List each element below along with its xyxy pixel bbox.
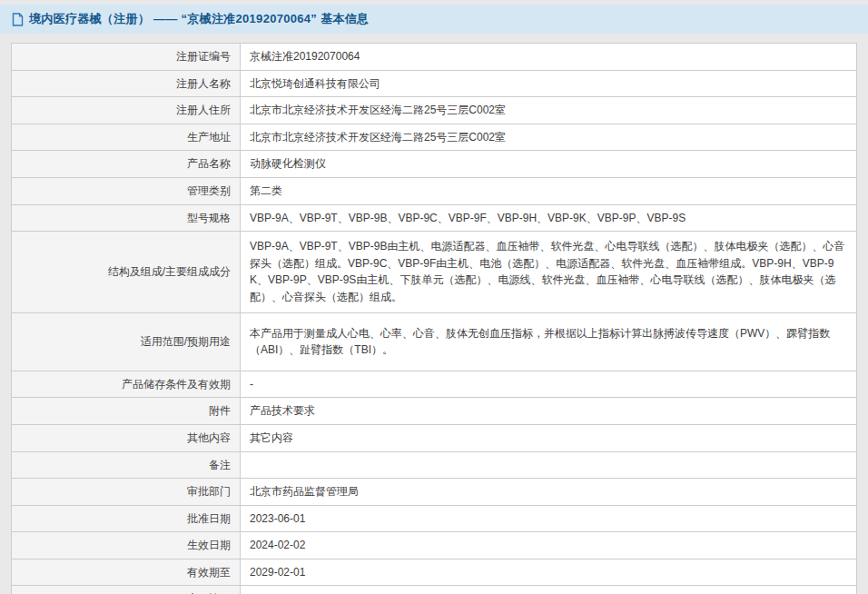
row-label-text: 注册人住所: [176, 104, 231, 116]
table-row: 结构及组成/主要组成成分VBP-9A、VBP-9T、VBP-9B由主机、电源适配…: [12, 232, 857, 312]
row-value: 第二类: [241, 177, 857, 204]
row-label-text: 产品名称: [187, 157, 231, 170]
row-value: 本产品用于测量成人心电、心率、心音、肢体无创血压指标，并根据以上指标计算出脉搏波…: [241, 312, 857, 371]
row-label: 其他内容: [12, 424, 241, 451]
row-label: 产品储存条件及有效期: [12, 371, 241, 398]
row-label-text: 结构及组成/主要组成成分: [108, 265, 231, 278]
table-row: 生效日期2024-02-02: [12, 532, 857, 559]
table-row: 备注: [12, 451, 857, 479]
row-label: 产品名称: [12, 151, 241, 178]
row-value: 北京悦琦创通科技有限公司: [241, 70, 857, 97]
row-label: 型号规格: [12, 204, 241, 232]
row-label: 附件: [12, 398, 241, 425]
document-icon: [12, 13, 24, 26]
row-label: 生效日期: [12, 532, 241, 559]
table-row: 管理类别第二类: [12, 177, 857, 204]
row-label-text: 注册证编号: [176, 50, 231, 63]
table-row: 审批部门北京市药品监督管理局: [12, 479, 857, 506]
row-label-text: 管理类别: [187, 184, 231, 197]
page-title: 境内医疗器械（注册） ——“京械注准20192070064”基本信息: [29, 11, 369, 27]
row-value: 京械注准20192070064: [241, 44, 857, 71]
row-label: 变更情况: [12, 586, 241, 594]
row-value: [241, 451, 857, 479]
row-label-text: 批准日期: [187, 512, 231, 525]
row-label-text: 其他内容: [187, 431, 231, 444]
row-value: 其它内容: [241, 424, 857, 451]
table-row: 其他内容其它内容: [12, 424, 857, 451]
table-row: 产品储存条件及有效期-: [12, 371, 857, 398]
row-label: 有效期至: [12, 559, 241, 586]
row-value: 2023-06-01: [241, 505, 857, 532]
row-label: 注册证编号: [12, 44, 241, 71]
page-header: 境内医疗器械（注册） ——“京械注准20192070064”基本信息: [0, 5, 868, 34]
row-label: 审批部门: [12, 479, 241, 506]
table-row: 注册人名称北京悦琦创通科技有限公司: [12, 70, 857, 97]
row-label-text: 有效期至: [187, 566, 231, 579]
title-suffix: 基本信息: [321, 12, 369, 25]
row-label-text: 生效日期: [187, 539, 231, 551]
table-row: 注册人住所北京市北京经济技术开发区经海二路25号三层C002室: [12, 97, 857, 124]
row-value: 北京市药品监督管理局: [241, 479, 857, 506]
row-value: VBP-9A、VBP-9T、VBP-9B、VBP-9C、VBP-9F、VBP-9…: [241, 204, 857, 232]
row-label: 管理类别: [12, 177, 241, 204]
row-label: 适用范围/预期用途: [12, 312, 241, 371]
row-label: 结构及组成/主要组成成分: [12, 232, 241, 312]
table-row: 附件产品技术要求: [12, 398, 857, 425]
info-table-body: 注册证编号京械注准20192070064注册人名称北京悦琦创通科技有限公司注册人…: [12, 44, 857, 594]
table-row: 批准日期2023-06-01: [12, 505, 857, 532]
title-prefix: 境内医疗器械（注册） ——: [29, 12, 178, 25]
row-value: 2024-02-02: [241, 532, 857, 559]
row-label-text: 注册人名称: [176, 77, 231, 90]
table-row: 型号规格VBP-9A、VBP-9T、VBP-9B、VBP-9C、VBP-9F、V…: [12, 204, 857, 232]
table-row: 注册证编号京械注准20192070064: [12, 44, 857, 71]
row-label: 注册人住所: [12, 97, 241, 124]
row-label-text: 型号规格: [187, 212, 231, 224]
row-value: 2029-02-01: [241, 559, 857, 586]
table-row: 变更情况: [12, 586, 857, 594]
row-value: 动脉硬化检测仪: [241, 151, 857, 178]
row-label: 注册人名称: [12, 70, 241, 97]
table-row: 产品名称动脉硬化检测仪: [12, 151, 857, 178]
row-label-text: 生产地址: [187, 131, 231, 144]
row-label: 生产地址: [12, 124, 241, 151]
row-label-text: 附件: [209, 404, 231, 417]
registration-info-table: 注册证编号京械注准20192070064注册人名称北京悦琦创通科技有限公司注册人…: [11, 43, 857, 594]
row-value: 北京市北京经济技术开发区经海二路25号三层C002室: [241, 97, 857, 124]
row-label: 批准日期: [12, 505, 241, 532]
title-number: “京械注准20192070064”: [182, 12, 318, 25]
row-label-text: 审批部门: [187, 485, 231, 498]
row-label-text: 产品储存条件及有效期: [122, 378, 231, 391]
row-value: 产品技术要求: [241, 398, 857, 425]
registration-info-table-wrap: 注册证编号京械注准20192070064注册人名称北京悦琦创通科技有限公司注册人…: [11, 43, 857, 594]
row-value: [241, 586, 857, 594]
row-label: 备注: [12, 451, 241, 479]
row-label-text: 备注: [209, 459, 231, 471]
row-value: -: [241, 371, 857, 398]
row-label-text: 适用范围/预期用途: [141, 335, 231, 348]
row-value: 北京市北京经济技术开发区经海二路25号三层C002室: [241, 124, 857, 151]
row-value: VBP-9A、VBP-9T、VBP-9B由主机、电源适配器、血压袖带、软件光盘、…: [241, 232, 857, 312]
table-row: 生产地址北京市北京经济技术开发区经海二路25号三层C002室: [12, 124, 857, 151]
table-row: 适用范围/预期用途本产品用于测量成人心电、心率、心音、肢体无创血压指标，并根据以…: [12, 312, 857, 371]
table-row: 有效期至2029-02-01: [12, 559, 857, 586]
